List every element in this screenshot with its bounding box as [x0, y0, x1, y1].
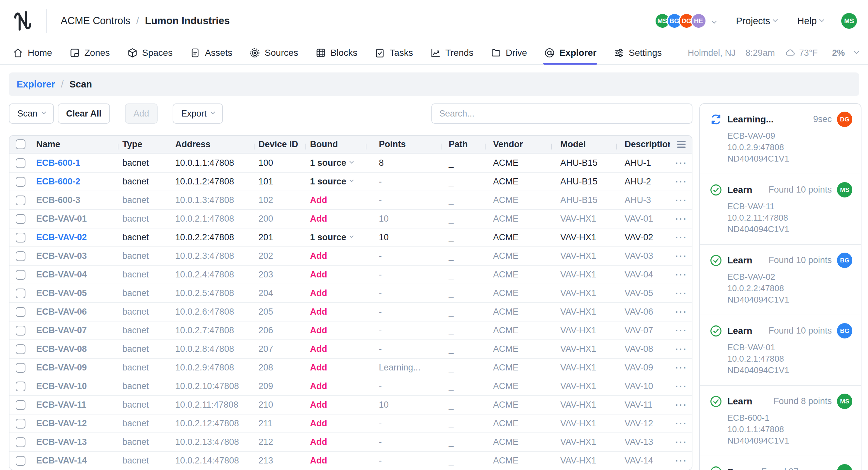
bound-add-link[interactable]: Add [310, 344, 327, 354]
bound-add-link[interactable]: Add [310, 381, 327, 391]
source-name-link[interactable]: ECB-VAV-10 [36, 381, 87, 391]
row-checkbox[interactable] [16, 195, 26, 205]
row-checkbox[interactable] [16, 363, 26, 373]
bound-sources-dropdown[interactable]: 1 source [310, 177, 366, 187]
activity-user-avatar[interactable]: MS [837, 394, 852, 409]
row-checkbox[interactable] [16, 158, 26, 168]
row-actions-menu-icon[interactable]: ··· [676, 195, 687, 206]
column-settings-icon[interactable] [677, 141, 686, 148]
bound-add-link[interactable]: Add [310, 251, 327, 261]
source-name-link[interactable]: ECB-VAV-11 [36, 400, 87, 410]
row-actions-menu-icon[interactable]: ··· [676, 400, 687, 410]
bound-add-link[interactable]: Add [310, 195, 327, 205]
clear-all-button[interactable]: Clear All [58, 103, 110, 124]
source-name-link[interactable]: ECB-VAV-08 [36, 344, 87, 354]
avatar-stack-chevron-down-icon[interactable] [711, 18, 717, 24]
nav-tab-assets[interactable]: Assets [190, 42, 232, 64]
row-checkbox[interactable] [16, 381, 26, 391]
bound-add-link[interactable]: Add [310, 288, 327, 298]
source-name-link[interactable]: ECB-VAV-13 [36, 437, 87, 447]
activity-item[interactable]: Learning... 9sec DG ECB-VAV-0910.0.2.9:4… [700, 104, 861, 174]
nav-tab-explorer[interactable]: Explorer [544, 42, 596, 64]
row-checkbox[interactable] [16, 344, 26, 354]
source-name-link[interactable]: ECB-VAV-04 [36, 270, 87, 279]
column-header-description[interactable]: Description [616, 139, 670, 150]
nav-tab-sources[interactable]: Sources [249, 42, 298, 64]
nav-tab-trends[interactable]: Trends [430, 42, 473, 64]
column-header-bound[interactable]: Bound [305, 139, 366, 150]
current-user-avatar[interactable]: MS [841, 13, 857, 29]
row-checkbox[interactable] [16, 307, 26, 317]
row-checkbox[interactable] [16, 214, 26, 224]
nav-tab-tasks[interactable]: Tasks [374, 42, 413, 64]
column-header-model[interactable]: Model [551, 139, 616, 150]
row-checkbox[interactable] [16, 456, 26, 466]
source-name-link[interactable]: ECB-VAV-14 [36, 456, 87, 465]
bound-add-link[interactable]: Add [310, 437, 327, 447]
bound-sources-dropdown[interactable]: 1 source [310, 158, 366, 168]
column-header-type[interactable]: Type [118, 139, 170, 150]
source-name-link[interactable]: ECB-VAV-09 [36, 363, 87, 372]
column-header-path[interactable]: Path [441, 139, 485, 150]
row-checkbox[interactable] [16, 270, 26, 280]
column-header-address[interactable]: Address [170, 139, 254, 150]
column-header-name[interactable]: Name [32, 139, 118, 150]
breadcrumb-explorer-link[interactable]: Explorer [17, 79, 55, 90]
add-button[interactable]: Add [125, 103, 158, 124]
status-chevron-down-icon[interactable] [854, 49, 859, 54]
bound-sources-dropdown[interactable]: 1 source [310, 232, 366, 243]
activity-item[interactable]: Learn Found 8 points MS ECB-600-110.0.1.… [700, 385, 861, 456]
projects-menu[interactable]: Projects [736, 15, 777, 26]
row-actions-menu-icon[interactable]: ··· [676, 381, 687, 391]
row-checkbox[interactable] [16, 233, 26, 243]
activity-item[interactable]: Scan Found 37 sources MS 10.0.0.0/20:478… [700, 456, 861, 470]
row-checkbox[interactable] [16, 251, 26, 261]
bound-add-link[interactable]: Add [310, 307, 327, 317]
row-actions-menu-icon[interactable]: ··· [676, 344, 687, 354]
scan-button[interactable]: Scan [9, 103, 54, 124]
source-name-link[interactable]: ECB-600-2 [36, 177, 80, 186]
export-button[interactable]: Export [173, 103, 223, 124]
nav-tab-spaces[interactable]: Spaces [127, 42, 173, 64]
row-checkbox[interactable] [16, 419, 26, 429]
activity-item[interactable]: Learn Found 10 points BG ECB-VAV-0110.0.… [700, 315, 861, 385]
help-menu[interactable]: Help [797, 15, 824, 26]
nav-tab-drive[interactable]: Drive [491, 42, 527, 64]
row-actions-menu-icon[interactable]: ··· [676, 307, 687, 317]
row-actions-menu-icon[interactable]: ··· [676, 270, 687, 280]
team-avatar-he[interactable]: HE [691, 13, 707, 29]
activity-item[interactable]: Learn Found 10 points MS ECB-VAV-1110.0.… [700, 174, 861, 244]
team-avatar-stack[interactable]: MSBGDGHE [655, 13, 707, 29]
row-actions-menu-icon[interactable]: ··· [676, 456, 687, 466]
activity-user-avatar[interactable]: MS [837, 182, 852, 197]
row-actions-menu-icon[interactable]: ··· [676, 288, 687, 299]
column-header-vendor[interactable]: Vendor [485, 139, 551, 150]
column-header-points[interactable]: Points [366, 139, 441, 150]
bound-add-link[interactable]: Add [310, 418, 327, 428]
source-name-link[interactable]: ECB-VAV-02 [36, 232, 87, 242]
row-checkbox[interactable] [16, 400, 26, 410]
row-actions-menu-icon[interactable]: ··· [676, 437, 687, 447]
row-actions-menu-icon[interactable]: ··· [676, 251, 687, 261]
source-name-link[interactable]: ECB-VAV-12 [36, 418, 87, 428]
row-checkbox[interactable] [16, 177, 26, 187]
select-all-checkbox[interactable] [16, 139, 26, 149]
row-actions-menu-icon[interactable]: ··· [676, 158, 687, 168]
app-logo-icon[interactable] [12, 9, 33, 32]
row-actions-menu-icon[interactable]: ··· [676, 325, 687, 336]
row-actions-menu-icon[interactable]: ··· [676, 214, 687, 224]
nav-tab-blocks[interactable]: Blocks [315, 42, 357, 64]
row-checkbox[interactable] [16, 326, 26, 336]
nav-tab-settings[interactable]: Settings [614, 42, 662, 64]
nav-tab-zones[interactable]: Zones [69, 42, 110, 64]
row-actions-menu-icon[interactable]: ··· [676, 363, 687, 373]
bound-add-link[interactable]: Add [310, 363, 327, 372]
search-input[interactable] [431, 103, 692, 124]
row-actions-menu-icon[interactable]: ··· [676, 177, 687, 187]
source-name-link[interactable]: ECB-VAV-06 [36, 307, 87, 317]
source-name-link[interactable]: ECB-VAV-07 [36, 325, 87, 335]
bound-add-link[interactable]: Add [310, 325, 327, 335]
activity-user-avatar[interactable]: MS [837, 464, 852, 470]
activity-user-avatar[interactable]: BG [837, 253, 852, 268]
activity-user-avatar[interactable]: DG [837, 112, 852, 127]
